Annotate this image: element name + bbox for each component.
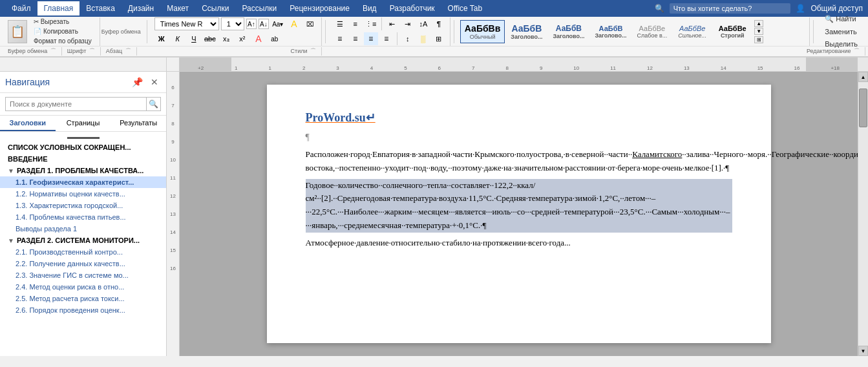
- share-button[interactable]: Общий доступ: [810, 4, 863, 13]
- menu-view[interactable]: Вид: [356, 1, 383, 16]
- sort-button[interactable]: ↕A: [416, 17, 430, 30]
- nav-item-2-4[interactable]: 2.4. Метод оценки риска в отно...: [0, 281, 166, 293]
- increase-indent-button[interactable]: ⇥: [401, 17, 415, 30]
- nav-tab-pages[interactable]: Страницы: [56, 116, 111, 131]
- borders-button[interactable]: ⊞: [432, 32, 446, 45]
- menu-mailings[interactable]: Рассылки: [235, 1, 283, 16]
- nav-item-list[interactable]: СПИСОК УСЛОВНЫХ СОКРАЩЕН...: [0, 142, 166, 153]
- font-name-select[interactable]: Times New R: [154, 17, 219, 30]
- font-size-select[interactable]: 14: [221, 17, 244, 30]
- style-normal[interactable]: АаБбВв Обычный: [460, 20, 505, 43]
- find-button[interactable]: 🔍 Найти: [821, 14, 862, 25]
- scroll-up-button[interactable]: ▲: [858, 72, 868, 82]
- copy-button[interactable]: 📄 Копировать: [31, 27, 94, 36]
- menu-insert[interactable]: Вставка: [79, 1, 122, 16]
- ribbon-divider-2: [325, 20, 326, 43]
- styles-up-button[interactable]: ▲: [754, 20, 763, 27]
- justify-button[interactable]: ≡: [379, 32, 394, 45]
- styles-scroll: ▲ ▼ ⊞: [754, 20, 763, 43]
- align-center-button[interactable]: ≡: [348, 32, 363, 45]
- title-search[interactable]: Что вы хотите сделать?: [670, 3, 791, 14]
- ribbon: 📋 ✂ Вырезать 📄 Копировать Формат по обра…: [0, 17, 868, 58]
- scroll-thumb[interactable]: [859, 89, 867, 127]
- nav-item-2-3[interactable]: 2.3. Значение ГИС в системе мо...: [0, 269, 166, 281]
- nav-item-2-5[interactable]: 2.5. Метод расчета риска токси...: [0, 293, 166, 304]
- style-intense[interactable]: АаБбВе Сильное...: [673, 20, 712, 43]
- nav-item-2-2[interactable]: 2.2. Получение данных качеств...: [0, 258, 166, 269]
- ruler-row: +2 1 1 2 3 4 5 6 7 8 9 10 11 12 13 14 15…: [0, 58, 868, 72]
- clear-format-button[interactable]: ⌧: [303, 17, 317, 30]
- paragraph-group: ☰ ≡ ⋮≡ ⇤ ⇥ ↕A ¶ ≡ ≡ ≡ ≡ ↕ ▒ ⊞: [329, 17, 450, 46]
- increase-font-button[interactable]: A↑: [246, 19, 257, 29]
- underline-button[interactable]: Ч: [187, 32, 201, 45]
- nav-separator-line: [67, 137, 100, 139]
- nav-item-section2[interactable]: ▼ РАЗДЕЛ 2. СИСТЕМА МОНИТОРИ...: [0, 235, 166, 246]
- para-divider: [381, 17, 382, 30]
- nav-item-section1[interactable]: ▼ РАЗДЕЛ 1. ПРОБЛЕМЫ КАЧЕСТВА...: [0, 165, 166, 176]
- nav-search-button[interactable]: 🔍: [147, 97, 161, 111]
- multilevel-button[interactable]: ⋮≡: [364, 17, 378, 30]
- nav-item-1-4[interactable]: 1.4. Проблемы качества питьев...: [0, 211, 166, 223]
- styles-down-button[interactable]: ▼: [754, 28, 763, 35]
- menu-file[interactable]: Файл: [5, 1, 37, 16]
- decrease-indent-button[interactable]: ⇤: [385, 17, 399, 30]
- highlight-color-button[interactable]: A: [287, 17, 301, 30]
- superscript-button[interactable]: х²: [235, 32, 249, 45]
- nav-item-2-1[interactable]: 2.1. Производственный контро...: [0, 246, 166, 258]
- menu-home[interactable]: Главная: [37, 1, 80, 16]
- style-heading2[interactable]: АаБбВ Заголово...: [548, 20, 589, 43]
- nav-tab-results[interactable]: Результаты: [111, 116, 166, 131]
- line-spacing-button[interactable]: ↕: [401, 32, 415, 45]
- vertical-scrollbar[interactable]: ▲ ▼: [858, 72, 868, 356]
- style-subtle[interactable]: АаБбВе Слабое в...: [633, 20, 672, 43]
- show-marks-button[interactable]: ¶: [432, 17, 446, 30]
- nav-search-input[interactable]: [5, 97, 147, 111]
- nav-item-1-3[interactable]: 1.3. Характеристика городской...: [0, 200, 166, 211]
- styles-more-button[interactable]: ⊞: [754, 36, 763, 43]
- shading-button[interactable]: ▒: [416, 32, 430, 45]
- style-heading3[interactable]: АаБбВ Заголово...: [590, 20, 631, 43]
- format-painter-button[interactable]: Формат по образцу: [31, 37, 94, 45]
- nav-item-label: 1.3. Характеристика городской...: [16, 202, 123, 209]
- style-heading1[interactable]: АаБбВ Заголово...: [506, 20, 547, 43]
- italic-button[interactable]: К: [171, 32, 185, 45]
- numbering-button[interactable]: ≡: [348, 17, 363, 30]
- nav-item-label: 2.4. Метод оценки риска в отно...: [16, 283, 124, 291]
- nav-item-label: 2.1. Производственный контро...: [16, 248, 123, 256]
- menu-developer[interactable]: Разработчик: [383, 1, 441, 16]
- decrease-font-button[interactable]: A↓: [259, 19, 269, 29]
- font-color-button[interactable]: A: [251, 32, 266, 45]
- nav-item-1-1[interactable]: 1.1. Геофизическая характерист...: [0, 176, 166, 188]
- case-button[interactable]: Aa▾: [271, 17, 285, 30]
- bullets-button[interactable]: ☰: [333, 17, 347, 30]
- ribbon-divider-3: [454, 20, 454, 43]
- nav-content: СПИСОК УСЛОВНЫХ СОКРАЩЕН... ВВЕДЕНИЕ ▼ Р…: [0, 132, 166, 356]
- strikethrough-button[interactable]: abc: [203, 32, 217, 45]
- bold-button[interactable]: Ж: [154, 32, 169, 45]
- menu-references[interactable]: Ссылки: [195, 1, 235, 16]
- replace-button[interactable]: Заменить: [821, 26, 862, 37]
- style-strong[interactable]: АаБбВе Строгий: [713, 20, 752, 43]
- align-left-button[interactable]: ≡: [333, 32, 347, 45]
- cut-button[interactable]: ✂ Вырезать: [31, 17, 94, 26]
- nav-item-label: 1.2. Нормативы оценки качеств...: [16, 190, 125, 198]
- paste-button[interactable]: 📋: [8, 20, 27, 43]
- menu-layout[interactable]: Макет: [160, 1, 195, 16]
- nav-item-intro[interactable]: ВВЕДЕНИЕ: [0, 153, 166, 165]
- text-highlight-button[interactable]: ab: [268, 32, 282, 45]
- subscript-button[interactable]: х₂: [219, 32, 233, 45]
- nav-pin-button[interactable]: 📌: [129, 76, 145, 89]
- nav-item-conclusions1[interactable]: Выводы раздела 1: [0, 223, 166, 235]
- nav-tab-headings[interactable]: Заголовки: [0, 116, 56, 131]
- menu-review[interactable]: Рецензирование: [283, 1, 356, 16]
- menu-design[interactable]: Дизайн: [122, 1, 160, 16]
- ruler-num-16: 16: [167, 266, 179, 284]
- nav-item-2-6[interactable]: 2.6. Порядок проведения оценк...: [0, 304, 166, 316]
- ruler-mark: +18: [831, 65, 840, 71]
- menu-office-tab[interactable]: Office Tab: [441, 1, 489, 16]
- nav-close-button[interactable]: ✕: [148, 76, 161, 89]
- share-icon: 👤: [796, 4, 805, 13]
- scroll-down-button[interactable]: ▼: [858, 346, 868, 356]
- nav-item-1-2[interactable]: 1.2. Нормативы оценки качеств...: [0, 188, 166, 200]
- align-right-button[interactable]: ≡: [364, 32, 378, 45]
